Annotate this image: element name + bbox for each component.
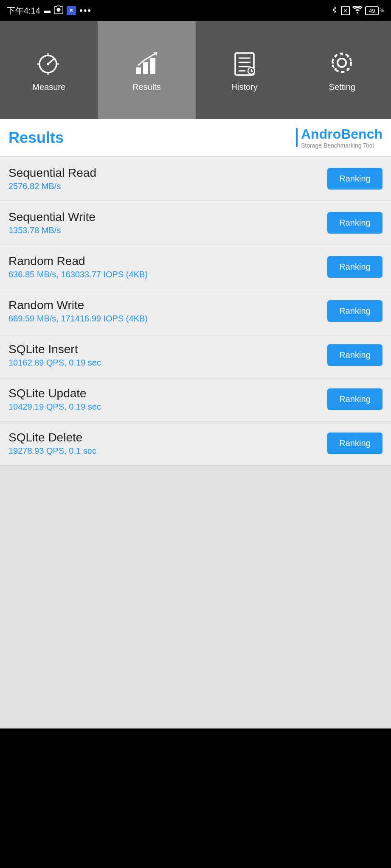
- result-info-sqlite-insert: SQLite Insert 10162.89 QPS, 0.19 sec: [8, 343, 327, 368]
- result-name-sqlite-insert: SQLite Insert: [8, 343, 327, 356]
- result-info-sequential-read: Sequential Read 2576.82 MB/s: [8, 166, 327, 191]
- status-bar: 下午4:14 ▬ S ••• ✕ 49 %: [0, 0, 391, 21]
- battery-indicator: 49 %: [365, 6, 384, 15]
- result-name-random-read: Random Read: [8, 254, 327, 268]
- ranking-button-sqlite-delete[interactable]: Ranking: [327, 433, 383, 454]
- result-info-random-read: Random Read 636.85 MB/s, 163033.77 IOPS …: [8, 254, 327, 279]
- page-title: Results: [8, 129, 64, 147]
- result-value-random-write: 669.59 MB/s, 171416.99 IOPS (4KB): [8, 314, 327, 324]
- result-name-sequential-write: Sequential Write: [8, 210, 327, 224]
- brand-bar-accent: [296, 128, 298, 147]
- result-name-sqlite-update: SQLite Update: [8, 387, 327, 400]
- sim-x-icon: ✕: [341, 6, 350, 15]
- table-row: Random Read 636.85 MB/s, 163033.77 IOPS …: [0, 245, 391, 289]
- status-time: 下午4:14: [7, 5, 40, 17]
- camera-icon: [54, 5, 63, 17]
- svg-rect-9: [143, 62, 148, 74]
- result-info-sqlite-update: SQLite Update 10429.19 QPS, 0.19 sec: [8, 387, 327, 412]
- table-row: Sequential Write 1353.78 MB/s Ranking: [0, 201, 391, 245]
- result-value-sequential-write: 1353.78 MB/s: [8, 226, 327, 235]
- result-name-random-write: Random Write: [8, 299, 327, 312]
- tab-measure[interactable]: Measure: [0, 21, 98, 119]
- sim-icon: ▬: [44, 7, 51, 14]
- tab-results-label: Results: [132, 82, 161, 92]
- svg-point-18: [338, 59, 346, 67]
- result-name-sqlite-delete: SQLite Delete: [8, 431, 327, 444]
- svg-point-7: [47, 63, 49, 65]
- status-left: 下午4:14 ▬ S •••: [7, 5, 92, 17]
- ranking-button-random-write[interactable]: Ranking: [327, 300, 383, 322]
- bluetooth-icon: [331, 5, 338, 17]
- tab-history[interactable]: History: [196, 21, 293, 119]
- tab-measure-label: Measure: [32, 82, 65, 92]
- app-icon: S: [67, 6, 76, 15]
- tab-setting[interactable]: Setting: [293, 21, 391, 119]
- status-right: ✕ 49 %: [331, 5, 384, 17]
- brand-tagline: Storage Benchmarking Tool: [301, 142, 374, 149]
- result-value-random-read: 636.85 MB/s, 163033.77 IOPS (4KB): [8, 270, 327, 279]
- table-row: Sequential Read 2576.82 MB/s Ranking: [0, 157, 391, 201]
- wifi-icon: [352, 6, 363, 16]
- svg-rect-8: [136, 67, 141, 74]
- results-header: Results AndroBench Storage Benchmarking …: [0, 119, 391, 157]
- more-dots: •••: [79, 5, 92, 16]
- table-row: SQLite Delete 19278.93 QPS, 0.1 sec Rank…: [0, 421, 391, 466]
- measure-icon: [34, 48, 64, 78]
- result-value-sequential-read: 2576.82 MB/s: [8, 181, 327, 191]
- brand-first-half: Andro: [301, 126, 341, 142]
- result-value-sqlite-insert: 10162.89 QPS, 0.19 sec: [8, 358, 327, 368]
- results-icon: [132, 48, 161, 78]
- result-info-sequential-write: Sequential Write 1353.78 MB/s: [8, 210, 327, 235]
- brand-logo-wrapper: AndroBench Storage Benchmarking Tool: [296, 126, 383, 149]
- bottom-black-bar: [0, 728, 391, 847]
- tab-history-label: History: [231, 82, 258, 92]
- result-name-sequential-read: Sequential Read: [8, 166, 327, 180]
- table-row: SQLite Insert 10162.89 QPS, 0.19 sec Ran…: [0, 333, 391, 377]
- ranking-button-sequential-write[interactable]: Ranking: [327, 212, 383, 234]
- bottom-empty-area: [0, 466, 391, 728]
- brand-logo: AndroBench Storage Benchmarking Tool: [301, 126, 383, 149]
- svg-rect-10: [150, 58, 155, 74]
- result-list: Sequential Read 2576.82 MB/s Ranking Seq…: [0, 157, 391, 466]
- result-info-sqlite-delete: SQLite Delete 19278.93 QPS, 0.1 sec: [8, 431, 327, 456]
- ranking-button-sqlite-update[interactable]: Ranking: [327, 388, 383, 410]
- result-value-sqlite-delete: 19278.93 QPS, 0.1 sec: [8, 446, 327, 456]
- setting-icon: [327, 48, 357, 78]
- ranking-button-sqlite-insert[interactable]: Ranking: [327, 344, 383, 366]
- tab-results[interactable]: Results: [98, 21, 195, 119]
- svg-point-0: [56, 8, 60, 11]
- ranking-button-random-read[interactable]: Ranking: [327, 256, 383, 278]
- app-container: Measure Results: [0, 21, 391, 728]
- brand-second-half: Bench: [341, 126, 383, 142]
- table-row: Random Write 669.59 MB/s, 171416.99 IOPS…: [0, 289, 391, 333]
- table-row: SQLite Update 10429.19 QPS, 0.19 sec Ran…: [0, 377, 391, 421]
- ranking-button-sequential-read[interactable]: Ranking: [327, 168, 383, 190]
- result-info-random-write: Random Write 669.59 MB/s, 171416.99 IOPS…: [8, 299, 327, 324]
- tab-setting-label: Setting: [329, 82, 355, 92]
- history-icon: [230, 48, 259, 78]
- result-value-sqlite-update: 10429.19 QPS, 0.19 sec: [8, 402, 327, 412]
- brand-name: AndroBench: [301, 126, 383, 142]
- tab-bar: Measure Results: [0, 21, 391, 119]
